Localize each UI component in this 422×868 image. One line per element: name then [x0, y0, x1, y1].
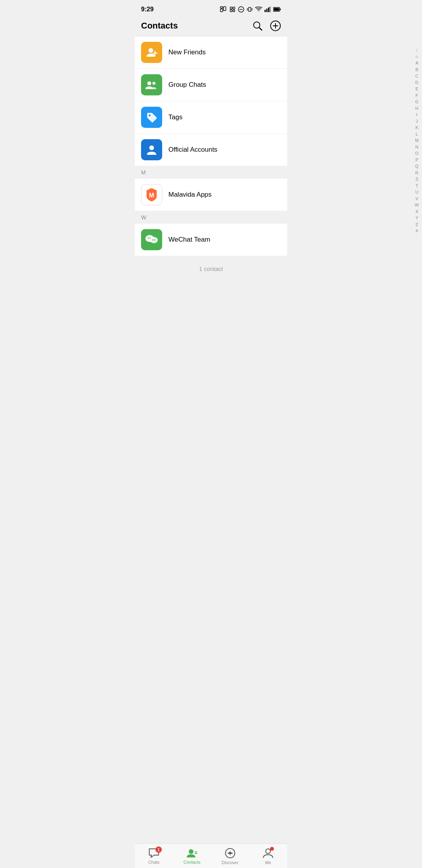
wechat-team-avatar: [141, 229, 162, 250]
section-letter-w: W: [141, 214, 146, 221]
search-button[interactable]: [252, 20, 263, 31]
section-header-m: M: [135, 166, 287, 179]
svg-rect-12: [265, 10, 266, 12]
official-account-icon: [146, 144, 157, 156]
page-title: Contacts: [141, 21, 178, 31]
wechat-team-item[interactable]: WeChat Team: [135, 224, 287, 256]
svg-rect-2: [220, 9, 223, 12]
wechat-team-label: WeChat Team: [168, 236, 210, 244]
wifi-icon: [255, 7, 262, 12]
status-time: 9:29: [141, 6, 154, 13]
svg-rect-14: [268, 7, 269, 12]
svg-rect-5: [230, 10, 232, 12]
svg-rect-15: [270, 7, 271, 12]
add-icon: [270, 20, 281, 31]
add-contact-button[interactable]: [270, 20, 281, 31]
official-accounts-label: Official Accounts: [168, 146, 217, 154]
svg-point-36: [150, 238, 151, 239]
malavida-apps-item[interactable]: M Malavida Apps: [135, 179, 287, 211]
group-chats-avatar: [141, 74, 162, 95]
svg-point-6: [233, 10, 235, 12]
svg-rect-0: [220, 7, 223, 8]
header-actions: [252, 20, 281, 31]
signal-icon: [265, 7, 271, 12]
official-accounts-avatar: [141, 139, 162, 160]
notification-icon: [220, 6, 227, 13]
wechat-logo: [145, 234, 159, 246]
person-add-icon: [146, 47, 157, 58]
contact-count: 1 contact: [135, 256, 287, 284]
svg-rect-1: [224, 7, 226, 11]
svg-point-38: [154, 239, 155, 240]
group-chats-label: Group Chats: [168, 81, 206, 89]
svg-point-28: [152, 82, 156, 85]
svg-point-29: [149, 115, 151, 117]
svg-point-30: [149, 145, 154, 150]
section-w-contacts: WeChat Team: [135, 224, 287, 256]
section-m-contacts: M Malavida Apps: [135, 179, 287, 211]
status-bar: 9:29: [135, 0, 287, 17]
svg-point-24: [148, 48, 153, 53]
screenshot-icon: [229, 6, 236, 13]
new-friends-item[interactable]: New Friends: [135, 36, 287, 69]
malavida-logo: M: [143, 186, 161, 204]
svg-rect-9: [249, 7, 251, 11]
tag-icon: [146, 112, 157, 123]
new-friends-label: New Friends: [168, 48, 206, 56]
dnd-icon: [238, 6, 244, 13]
svg-rect-4: [233, 7, 235, 9]
malavida-avatar: M: [141, 184, 162, 205]
svg-rect-3: [230, 7, 232, 9]
section-letter-m: M: [141, 169, 146, 176]
search-icon: [252, 21, 263, 31]
new-friends-avatar: [141, 42, 162, 63]
battery-icon: [273, 7, 281, 12]
svg-text:M: M: [149, 192, 154, 199]
svg-line-20: [259, 27, 262, 30]
malavida-apps-label: Malavida Apps: [168, 191, 212, 199]
status-icons: [220, 6, 281, 13]
official-accounts-item[interactable]: Official Accounts: [135, 134, 287, 166]
vibrate-icon: [247, 6, 253, 13]
tags-avatar: [141, 107, 162, 128]
group-icon: [145, 79, 158, 90]
svg-point-35: [148, 238, 149, 239]
svg-rect-18: [280, 9, 281, 10]
contact-count-label: 1 contact: [199, 265, 223, 272]
svg-point-27: [147, 81, 151, 85]
tags-label: Tags: [168, 113, 182, 121]
svg-rect-13: [266, 9, 268, 12]
special-contacts-list: New Friends Group Chats Tags: [135, 36, 287, 166]
svg-rect-17: [274, 8, 279, 11]
svg-point-37: [152, 239, 153, 240]
page-header: Contacts: [135, 17, 287, 36]
section-header-w: W: [135, 211, 287, 224]
tags-item[interactable]: Tags: [135, 101, 287, 134]
group-chats-item[interactable]: Group Chats: [135, 69, 287, 101]
